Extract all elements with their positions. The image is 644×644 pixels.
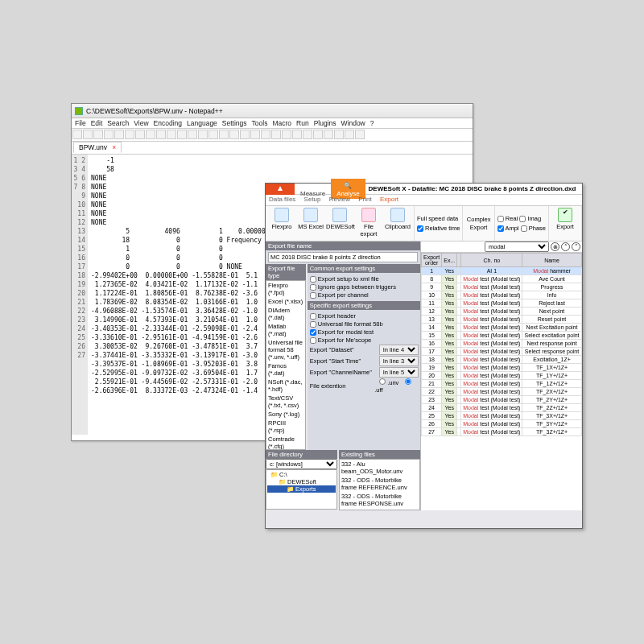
table-row[interactable]: 8YesModal test (Modal test)Ave CountSing… [422,275,583,283]
notepad-menu[interactable]: FileEditSearchViewEncodingLanguageSettin… [72,118,473,129]
menu-macro[interactable]: Macro [272,119,291,127]
file-type-item[interactable]: Famos (*.dat) [266,361,305,378]
table-header[interactable]: Ch. no [461,254,522,267]
tree-node[interactable]: 📁 C:\ [267,471,336,478]
table-row[interactable]: 26YesModal test (Modal test)TF_3Y+/1Z+Si… [422,420,583,428]
file-type-item[interactable]: Matlab (*.mat) [266,322,305,338]
table-header[interactable]: Sampling [581,254,582,267]
notepad-titlebar[interactable]: C:\DEWESoft\Exports\BPW.unv - Notepad++ [72,104,473,118]
expand-down-icon[interactable]: ˅ [572,242,580,251]
subtab-setup[interactable]: Setup [304,196,321,203]
close-icon[interactable]: × [112,143,116,151]
dataset-select[interactable]: In line 4 [379,345,419,355]
table-row[interactable]: 18YesModal test (Modal test)Excitation_1… [422,356,583,364]
menu-edit[interactable]: Edit [91,119,103,127]
for-modal-checkbox[interactable] [310,329,316,336]
toolbar-button[interactable] [208,130,218,139]
menu-settings[interactable]: Settings [222,119,247,127]
toolbar-button[interactable] [313,130,323,139]
reltime-option[interactable]: Relative time [417,225,460,233]
menu-window[interactable]: Window [341,119,365,127]
menu-run[interactable]: Run [296,119,309,127]
table-row[interactable]: 22YesModal test (Modal test)TF_2X+/1Z+Si… [422,388,583,396]
channel-table[interactable]: Export orderEx...Ch. noNameSampling 1Yes… [421,253,582,436]
table-row[interactable]: 20YesModal test (Modal test)TF_1Y+/1Z+Si… [422,372,583,380]
imag-checkbox[interactable] [519,216,526,222]
clipboard-button[interactable]: Clipboard [384,208,411,239]
table-row[interactable]: 17YesModal test (Modal test)Select respo… [422,348,583,356]
toolbar-button[interactable] [303,130,312,139]
toolbar-button[interactable] [114,130,124,139]
fileexport-button[interactable]: File export [355,208,382,239]
table-row[interactable]: 15YesModal test (Modal test)Select excit… [422,332,583,340]
drive-select[interactable]: c: [windows] [266,459,337,469]
table-row[interactable]: 19YesModal test (Modal test)TF_1X+/1Z+Si… [422,364,583,372]
table-row[interactable]: 24YesModal test (Modal test)TF_2Z+/1Z+Si… [422,404,583,412]
per-channel-checkbox[interactable] [310,292,316,299]
notepad-file-tab[interactable]: BPW.unv × [73,142,122,153]
existing-file-item[interactable]: 332 - Alu beam_ODS_Motor.unv [340,460,419,476]
toolbar-button[interactable] [324,130,333,139]
toolbar-button[interactable] [198,130,208,139]
export-header-checkbox[interactable] [310,313,316,320]
existing-file-item[interactable]: 332 - ODS - Motorbike frame REFERENCE.un… [340,476,419,492]
existing-file-item[interactable]: 332 - ODS - Motorbike frame RESPONSE.unv [340,492,419,508]
phase-checkbox[interactable] [521,225,527,232]
directory-tree[interactable]: 📁 C:\📁 DEWESoft📁 Exports [266,469,337,510]
table-row[interactable]: 23YesModal test (Modal test)TF_2Y+/1Z+Si… [422,396,583,404]
dewesoft-subtabs[interactable]: Data files Setup Review Print Export [266,195,582,206]
table-row[interactable]: 13YesModal test (Modal test)Reset pointA… [422,316,583,324]
menu-language[interactable]: Language [187,119,217,127]
table-row[interactable]: 9YesModal test (Modal test)ProgressSingl… [422,283,583,291]
subtab-datafiles[interactable]: Data files [269,196,295,203]
uff58b-checkbox[interactable] [310,321,316,328]
toolbar-button[interactable] [355,130,365,139]
subtab-review[interactable]: Review [329,196,350,203]
table-row[interactable]: 27YesModal test (Modal test)TF_3Z+/1Z+Si… [422,428,583,436]
toolbar-button[interactable] [135,130,145,139]
file-type-item[interactable]: DIAdem (*.dat) [266,306,305,322]
table-row[interactable]: 11YesModal test (Modal test)Reject lastA… [422,299,583,308]
existing-files-list[interactable]: 332 - Alu beam_ODS_Motor.unv332 - ODS - … [339,459,420,510]
table-row[interactable]: 12YesModal test (Modal test)Next pointAs… [422,308,583,316]
subtab-print[interactable]: Print [358,196,371,203]
toolbar-button[interactable] [72,130,82,139]
file-type-item[interactable]: Sony (*.log) [266,410,305,419]
ignore-gaps-checkbox[interactable] [310,284,316,291]
for-mescope-checkbox[interactable] [310,337,316,344]
channelname-select[interactable]: In line 5 [379,367,419,378]
toolbar-button[interactable] [334,130,344,139]
file-type-item[interactable]: Comtrade (*.cfg) [266,435,305,450]
table-row[interactable]: 21YesModal test (Modal test)TF_1Z+/1Z+Si… [422,380,583,388]
ampl-checkbox[interactable] [497,225,504,232]
dewesoft-button[interactable]: DEWESoft [326,208,353,239]
toolbar-button[interactable] [177,130,187,139]
toolbar-button[interactable] [93,130,103,139]
table-header[interactable]: Ex... [442,254,457,267]
menu-file[interactable]: File [75,119,86,127]
toolbar-button[interactable] [261,130,270,139]
table-row[interactable]: 10YesModal test (Modal test)InfoSingle v… [422,291,583,299]
ext-uff-radio[interactable] [405,378,411,385]
filter-select[interactable]: modal [485,242,549,252]
reltime-checkbox[interactable] [417,225,423,232]
toolbar-button[interactable] [240,130,250,139]
toolbar-button[interactable] [292,130,302,139]
file-type-item[interactable]: Excel (*.xlsx) [266,297,305,306]
export-button[interactable]: ✔Export [551,208,579,239]
msexcel-button[interactable]: MS Excel [297,208,324,239]
collapse-up-icon[interactable]: ˄ [561,242,570,251]
file-type-item[interactable]: Flexpro (*.fpd) [266,281,305,297]
file-type-list[interactable]: Flexpro (*.fpd)Excel (*.xlsx)DIAdem (*.d… [266,280,306,450]
menu-view[interactable]: View [134,119,148,127]
existing-file-item[interactable]: 332 - ODS - Motorbike frame.unv [340,508,419,510]
toolbar-button[interactable] [146,130,155,139]
file-type-item[interactable]: Universal file format 58 (*.unv, *.uff) [266,338,305,361]
table-row[interactable]: 14YesModal test (Modal test)Next Excitat… [422,324,583,332]
toolbar-button[interactable] [167,130,176,139]
table-row[interactable]: 16YesModal test (Modal test)Next respons… [422,340,583,348]
menu-search[interactable]: Search [107,119,129,127]
ext-unv-radio[interactable] [379,378,386,385]
table-header[interactable]: Name [522,254,581,267]
table-row[interactable]: 1YesAI 1Modal hammerSynchronous [422,267,583,275]
